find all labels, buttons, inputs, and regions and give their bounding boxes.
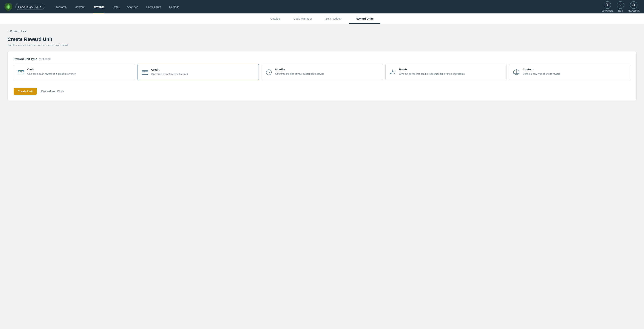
help-button[interactable]: ? Help [617,1,624,12]
svg-line-16 [269,72,270,73]
my-account-button[interactable]: My Account [628,1,640,12]
tab-catalog[interactable]: Catalog [264,13,287,24]
chevron-down-icon: ▾ [40,5,42,8]
breadcrumb[interactable]: ‹ Reward Units [8,29,636,33]
custom-desc: Define a new type of unit to reward [523,72,627,76]
reward-type-cash[interactable]: Cash Give out a cash reward of a specifi… [14,64,135,80]
nav-link-analytics[interactable]: Analytics [123,0,142,13]
cash-desc: Give out a cash reward of a specific cur… [27,72,131,76]
points-desc: Give out points that can be redeemed for… [399,72,503,76]
svg-rect-1 [606,4,609,6]
points-icon [389,68,396,76]
points-title: Points [399,68,503,71]
svg-rect-12 [143,73,144,73]
credit-title: Credit [151,68,256,71]
nav-links: Programs Content Rewards Data Analytics … [50,0,602,13]
tab-reward-units[interactable]: Reward Units [349,13,380,24]
reward-type-months[interactable]: Months Offer free months of your subscri… [262,64,383,80]
top-navigation: Horvath GA Live ▾ Programs Content Rewar… [0,0,644,13]
svg-text:$: $ [144,71,145,73]
cash-title: Cash [27,68,131,71]
svg-point-5 [20,71,22,73]
months-icon [265,68,272,76]
sub-navigation: Catalog Code Manager Bulk Redeem Reward … [0,13,644,24]
nav-link-data[interactable]: Data [108,0,123,13]
page-subtitle: Create a reward unit that can be used in… [8,44,636,47]
svg-point-3 [633,4,634,5]
discard-close-button[interactable]: Discard and Close [41,90,64,93]
nav-link-participants[interactable]: Participants [142,0,165,13]
create-unit-button[interactable]: Create Unit [14,88,37,95]
tab-code-manager[interactable]: Code Manager [287,13,319,24]
credit-icon: $ [141,69,149,76]
reward-type-custom[interactable]: Custom Define a new type of unit to rewa… [509,64,630,80]
svg-point-2 [607,5,608,5]
reward-type-options: Cash Give out a cash reward of a specifi… [14,64,630,80]
months-desc: Offer free months of your subscription s… [275,72,379,76]
account-selector[interactable]: Horvath GA Live ▾ [15,4,44,10]
chevron-left-icon: ‹ [8,29,8,33]
months-title: Months [275,68,379,71]
svg-rect-4 [18,71,24,74]
cash-icon [17,68,25,76]
tab-bulk-redeem[interactable]: Bulk Redeem [319,13,349,24]
create-reward-unit-card: Reward Unit Type (optional) Cas [8,51,636,101]
field-label: Reward Unit Type (optional) [14,57,630,60]
page-title: Create Reward Unit [8,36,636,42]
squatchers-button[interactable]: Squatchers [602,1,613,12]
page-content: ‹ Reward Units Create Reward Unit Create… [0,24,644,106]
account-icon [630,1,638,9]
squatchers-icon [604,1,611,9]
nav-link-programs[interactable]: Programs [50,0,70,13]
reward-type-points[interactable]: Points Give out points that can be redee… [386,64,507,80]
account-name: Horvath GA Live [18,5,38,8]
nav-link-rewards[interactable]: Rewards [89,0,109,13]
credit-desc: Give out a monetary credit reward [151,72,256,76]
squatchers-label: Squatchers [602,9,613,12]
breadcrumb-label: Reward Units [10,30,26,33]
account-label: My Account [628,9,640,12]
help-label: Help [618,9,623,12]
nav-right-actions: Squatchers ? Help My Account [602,1,640,12]
app-logo[interactable] [4,3,12,11]
form-actions: Create Unit Discard and Close [14,87,630,95]
reward-type-credit[interactable]: $ Credit Give out a monetary credit rewa… [138,64,259,80]
custom-icon [513,68,520,76]
nav-link-content[interactable]: Content [70,0,89,13]
nav-link-settings[interactable]: Settings [165,0,183,13]
help-icon: ? [617,1,624,9]
optional-label: (optional) [39,57,51,60]
custom-title: Custom [523,68,627,71]
